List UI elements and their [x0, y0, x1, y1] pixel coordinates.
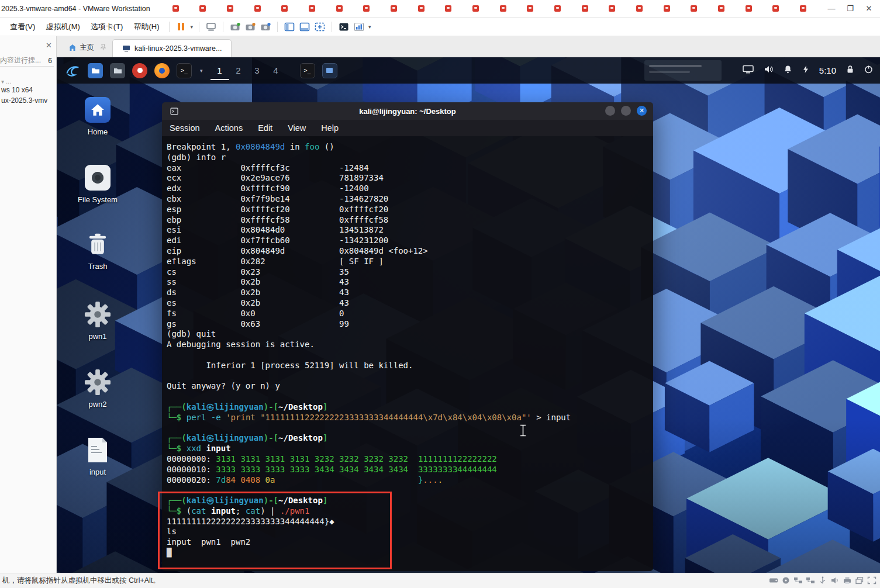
- open-app-icon[interactable]: [322, 63, 338, 79]
- terminal-menu-help[interactable]: Help: [321, 123, 339, 133]
- performance-chart-icon[interactable]: [351, 20, 367, 34]
- window-controls: — ❐ ✕: [824, 2, 880, 15]
- annotation-highlight-box: [158, 492, 392, 569]
- send-ctrl-alt-del-icon[interactable]: [203, 20, 219, 34]
- show-library-icon[interactable]: [282, 20, 297, 34]
- tab-home[interactable]: 主页: [65, 43, 100, 57]
- terminal-maximize-button[interactable]: [621, 106, 631, 116]
- firefox-icon[interactable]: [154, 63, 170, 79]
- minimize-button[interactable]: —: [824, 2, 839, 15]
- terminal-menu-session[interactable]: Session: [170, 123, 200, 133]
- cd-icon[interactable]: [781, 576, 791, 584]
- red-app-icon: [554, 5, 561, 12]
- folder-icon[interactable]: [109, 63, 126, 79]
- terminal-line: 00000000: 3131 3131 3131 3131 3232 3232 …: [167, 454, 648, 465]
- terminal-titlebar[interactable]: kali@lijingyuan: ~/Desktop ✕: [162, 102, 653, 120]
- workspace-1[interactable]: 1: [210, 61, 229, 80]
- manage-snapshots-icon[interactable]: [258, 20, 273, 34]
- display-icon[interactable]: [743, 65, 754, 76]
- terminal-window-controls: ✕: [605, 106, 647, 116]
- terminal-launcher-icon[interactable]: >_: [176, 63, 192, 79]
- kali-menu-icon[interactable]: [65, 63, 81, 79]
- menu-vm[interactable]: 虚拟机(M): [40, 19, 85, 35]
- terminal-line: cs 0x23 35: [167, 267, 648, 278]
- panel-clock[interactable]: 5:10: [819, 65, 836, 75]
- vm-display[interactable]: >_ ▾ 1 2 3 4 >_ 5:10: [57, 57, 880, 573]
- volume-icon[interactable]: [764, 65, 774, 76]
- sound-icon[interactable]: [830, 576, 840, 584]
- printer-icon[interactable]: [843, 576, 852, 584]
- terminal-menu-view[interactable]: View: [288, 123, 306, 133]
- sidebar-item-windows-vm[interactable]: ws 10 x64: [0, 85, 56, 95]
- file-manager-icon[interactable]: [87, 63, 103, 79]
- workspace-2[interactable]: 2: [229, 61, 248, 80]
- statusbar-device-icons: [769, 576, 876, 584]
- maximize-button[interactable]: ❐: [843, 2, 858, 15]
- sidebar-search-badge: 6: [46, 57, 54, 65]
- console-view-icon[interactable]: [336, 20, 351, 34]
- terminal-line: eax 0xffffcf3c -12484: [167, 163, 648, 174]
- terminal-close-button[interactable]: ✕: [637, 106, 647, 116]
- sidebar-search[interactable]: 内容进行搜... 6: [0, 55, 54, 67]
- terminal-line: ebp 0xffffcf58 0xffffcf58: [167, 215, 648, 226]
- fullscreen-icon[interactable]: [312, 20, 327, 34]
- close-button[interactable]: ✕: [861, 2, 876, 15]
- trash-icon: [84, 230, 112, 258]
- desktop-icon-home[interactable]: Home: [73, 96, 122, 136]
- sidebar-close-icon[interactable]: ✕: [46, 41, 52, 50]
- fullscreen-exit-icon[interactable]: [867, 576, 876, 584]
- terminal-line: Breakpoint 1, 0x0804849d in foo (): [167, 142, 648, 153]
- network-icon[interactable]: [806, 576, 815, 584]
- terminal-minimize-button[interactable]: [605, 106, 615, 116]
- notifications-bell-icon[interactable]: [784, 65, 792, 76]
- desktop-icon-trash[interactable]: Trash: [73, 230, 122, 271]
- sidebar-item-kali-vm[interactable]: ux-2025.3-vmv: [0, 95, 56, 106]
- suspend-dropdown-icon[interactable]: ▾: [189, 24, 195, 30]
- sidebar-search-text: 内容进行搜...: [0, 56, 46, 65]
- power-manager-icon[interactable]: [802, 65, 809, 76]
- terminal-launcher-dropdown-icon[interactable]: ▾: [198, 68, 205, 74]
- show-thumbnail-bar-icon[interactable]: [297, 20, 312, 34]
- desktop-icon-label: Trash: [88, 262, 108, 271]
- revert-snapshot-icon[interactable]: [243, 20, 258, 34]
- red-app-icon: [500, 5, 506, 12]
- lock-icon[interactable]: [846, 65, 854, 76]
- terminal-menubar: Session Actions Edit View Help: [162, 120, 653, 136]
- vmware-statusbar: 机，请将鼠标指针从虚拟机中移出或按 Ctrl+Alt。: [0, 573, 880, 588]
- desktop-icon-pwn2[interactable]: pwn2: [73, 368, 122, 409]
- desktop-icon-pwn1[interactable]: pwn1: [73, 300, 122, 341]
- menu-help[interactable]: 帮助(H): [128, 19, 164, 35]
- desktop-icon-input[interactable]: input: [73, 436, 122, 476]
- red-app-icon: [609, 5, 615, 12]
- usb-icon[interactable]: [818, 576, 827, 584]
- chart-dropdown-icon[interactable]: ▾: [367, 24, 373, 30]
- workspace-3[interactable]: 3: [248, 61, 267, 80]
- tab-kali-vm-label: kali-linux-2025.3-vmware...: [134, 44, 222, 53]
- terminal-menu-edit[interactable]: Edit: [258, 123, 272, 133]
- red-app-icon: [691, 5, 697, 12]
- workspace-4[interactable]: 4: [267, 61, 285, 80]
- terminal-line: ss 0x2b 43: [167, 277, 648, 288]
- terminal-menu-actions[interactable]: Actions: [215, 123, 243, 133]
- red-app-icon: [445, 5, 451, 12]
- red-app-icon: [281, 5, 288, 12]
- terminal-line: gs 0x63 99: [167, 319, 648, 330]
- red-app-icon: [636, 5, 643, 12]
- tab-kali-vm[interactable]: kali-linux-2025.3-vmware...: [112, 39, 232, 57]
- power-icon[interactable]: [864, 65, 873, 76]
- red-app-icon: [746, 5, 752, 12]
- take-snapshot-icon[interactable]: [227, 20, 243, 34]
- restore-window-icon[interactable]: [855, 576, 864, 584]
- network-icon[interactable]: [793, 576, 803, 584]
- suspend-button[interactable]: [174, 20, 189, 34]
- red-app-icon: [391, 5, 397, 12]
- menu-tabs[interactable]: 选项卡(T): [85, 19, 129, 35]
- browser-icon[interactable]: [132, 63, 148, 79]
- red-app-icon: [309, 5, 315, 12]
- desktop-icon-filesystem[interactable]: File System: [73, 164, 122, 204]
- hdd-icon[interactable]: [769, 576, 778, 584]
- open-terminal-window-icon[interactable]: >_: [299, 63, 316, 79]
- pin-icon[interactable]: [100, 43, 106, 57]
- sidebar-tree-node[interactable]: ▾ …: [0, 78, 56, 85]
- menu-view[interactable]: 查看(V): [5, 19, 40, 35]
